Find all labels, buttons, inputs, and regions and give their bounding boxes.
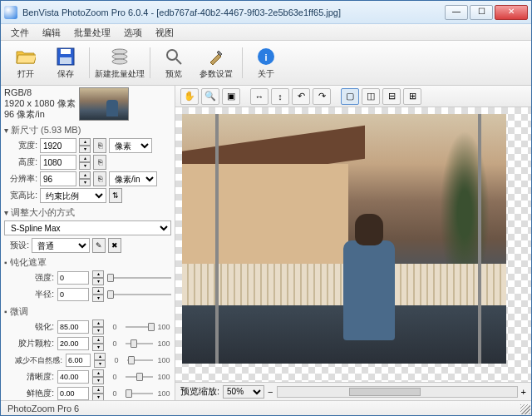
folder-open-icon — [16, 47, 36, 67]
svg-rect-2 — [60, 57, 71, 64]
res-link-button[interactable]: ⎘ — [93, 171, 106, 186]
zoom-scrollbar[interactable] — [277, 386, 518, 398]
resolution-unit-select[interactable]: 像素/in — [109, 171, 157, 186]
menu-file[interactable]: 文件 — [4, 24, 36, 40]
main-toolbar: 打开 保存 新建批量处理 预览 参数设置 i 关于 — [1, 41, 531, 86]
menu-bar: 文件 编辑 批量处理 选项 视图 — [1, 24, 531, 41]
aspect-toggle[interactable]: ⇅ — [109, 188, 122, 203]
preview-image — [182, 114, 506, 364]
viewer-toolbar: ✋ 🔍 ▣ ↔ ↕ ↶ ↷ ▢ ◫ ⊟ ⊞ — [175, 86, 531, 107]
zoom-in-icon[interactable]: + — [521, 387, 526, 397]
canvas-area[interactable] — [175, 107, 531, 382]
height-spinner[interactable]: ▴▾ — [79, 155, 91, 170]
zoom-select[interactable]: 50% — [223, 385, 264, 399]
preset-save-button[interactable]: ✎ — [92, 238, 106, 253]
svg-text:i: i — [264, 52, 267, 62]
menu-options[interactable]: 选项 — [117, 24, 149, 40]
app-icon — [4, 6, 17, 19]
unsharp-radius-spinner[interactable]: ▴▾ — [92, 287, 104, 302]
aspect-select[interactable]: 约束比例 — [40, 188, 106, 203]
zoom-out-icon[interactable]: − — [268, 387, 273, 397]
svg-point-5 — [112, 59, 127, 64]
magnifier-icon — [164, 47, 184, 67]
svg-rect-1 — [61, 49, 71, 54]
grain-input[interactable] — [57, 337, 89, 350]
svg-line-7 — [176, 59, 181, 64]
preset-delete-button[interactable]: ✖ — [108, 238, 121, 253]
link-aspect-button-2[interactable]: ⎘ — [93, 155, 106, 170]
unsharp-intensity-input[interactable] — [57, 271, 89, 285]
width-input[interactable] — [40, 138, 76, 153]
width-spinner[interactable]: ▴▾ — [79, 138, 91, 153]
resolution-spinner[interactable]: ▴▾ — [79, 171, 91, 186]
svg-point-6 — [167, 50, 177, 60]
view-single-button[interactable]: ▢ — [341, 88, 359, 105]
batch-icon — [110, 47, 130, 67]
title-bar: BenVista PhotoZoom Pro 6.0.4 - [edb767af… — [1, 1, 531, 24]
viewer-footer: 预览缩放: 50% − + — [175, 382, 531, 400]
info-icon: i — [256, 47, 276, 67]
settings-sidebar: RGB/8 1920 x 1080 像素 96 像素/in ▾ 新尺寸 (5.9… — [1, 86, 175, 400]
artifact-input[interactable] — [66, 354, 91, 367]
menu-view[interactable]: 视图 — [149, 24, 180, 40]
vivid-slider[interactable] — [126, 388, 153, 399]
preview-pane: ✋ 🔍 ▣ ↔ ↕ ↶ ↷ ▢ ◫ ⊟ ⊞ — [175, 86, 531, 400]
save-button[interactable]: 保存 — [46, 42, 86, 83]
menu-edit[interactable]: 编辑 — [36, 24, 67, 40]
floppy-disk-icon — [56, 47, 76, 67]
close-button[interactable]: ✕ — [495, 5, 528, 20]
height-input[interactable] — [40, 155, 76, 170]
unsharp-intensity-slider[interactable] — [107, 272, 171, 284]
flip-vertical-button[interactable]: ↕ — [271, 88, 289, 105]
preview-button[interactable]: 预览 — [154, 42, 194, 83]
resize-method-select[interactable]: S-Spline Max — [4, 220, 171, 235]
artifact-slider[interactable] — [127, 354, 153, 366]
status-bar: PhotoZoom Pro 6 — [1, 400, 531, 416]
flip-horizontal-button[interactable]: ↔ — [250, 88, 268, 105]
clarity-input[interactable] — [57, 370, 89, 384]
clarity-slider[interactable] — [126, 371, 153, 383]
tools-icon — [206, 47, 226, 67]
newsize-header: ▾ 新尺寸 (5.93 MB) — [4, 124, 171, 136]
zoom-tool[interactable]: 🔍 — [201, 88, 219, 105]
view-split-v-button[interactable]: ⊟ — [382, 88, 401, 105]
vivid-input[interactable] — [57, 387, 89, 400]
sharpness-slider[interactable] — [126, 321, 153, 333]
resolution-input[interactable] — [40, 171, 76, 186]
finetune-header: ▪ 微调 — [4, 305, 171, 318]
thumbnail[interactable] — [79, 87, 129, 121]
unsharp-intensity-spinner[interactable]: ▴▾ — [92, 270, 104, 285]
rotate-ccw-button[interactable]: ↶ — [292, 88, 310, 105]
svg-point-3 — [112, 49, 127, 54]
about-button[interactable]: i 关于 — [246, 42, 286, 83]
view-quad-button[interactable]: ⊞ — [403, 88, 421, 105]
unsharp-header: ▪ 钝化遮罩 — [4, 256, 171, 269]
params-button[interactable]: 参数设置 — [194, 42, 239, 83]
zoom-label: 预览缩放: — [180, 385, 219, 398]
grain-slider[interactable] — [126, 338, 153, 349]
minimize-button[interactable]: — — [445, 5, 468, 20]
open-button[interactable]: 打开 — [6, 42, 46, 83]
view-split-h-button[interactable]: ◫ — [362, 88, 380, 105]
image-info: RGB/8 1920 x 1080 像素 96 像素/in — [4, 87, 76, 121]
new-batch-button[interactable]: 新建批量处理 — [93, 42, 146, 83]
unsharp-radius-input[interactable] — [57, 288, 89, 301]
crop-tool[interactable]: ▣ — [222, 88, 240, 105]
resize-grip[interactable] — [520, 404, 530, 414]
maximize-button[interactable]: ☐ — [470, 5, 493, 20]
link-aspect-button[interactable]: ⎘ — [93, 138, 106, 153]
preset-select[interactable]: 普通 — [32, 238, 90, 253]
width-unit-select[interactable]: 像素 — [109, 138, 152, 153]
svg-point-4 — [112, 54, 127, 59]
menu-batch[interactable]: 批量处理 — [67, 24, 117, 40]
unsharp-radius-slider[interactable] — [107, 289, 171, 300]
window-title: BenVista PhotoZoom Pro 6.0.4 - [edb767af… — [22, 7, 445, 17]
rotate-cw-button[interactable]: ↷ — [313, 88, 331, 105]
hand-tool[interactable]: ✋ — [180, 88, 199, 105]
resize-method-header: ▾ 调整大小的方式 — [4, 206, 171, 219]
sharpness-input[interactable] — [57, 320, 89, 334]
